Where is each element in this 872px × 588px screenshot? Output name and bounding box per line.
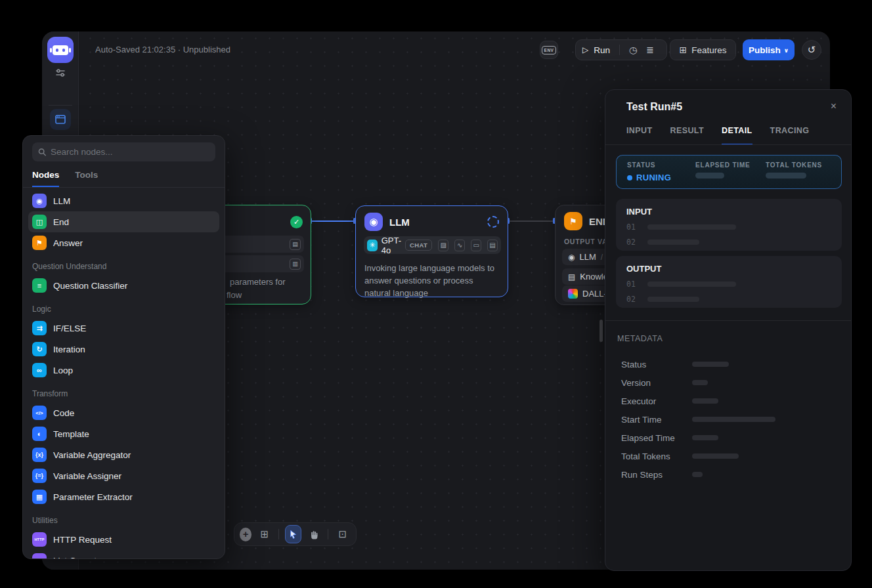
- status-card: STATUS RUNING ELAPSED TIME TOTAL TOKENS: [616, 155, 842, 189]
- app-icon-robot[interactable]: [47, 37, 74, 63]
- section-logic: Logic: [32, 304, 215, 314]
- parameter-extractor-icon: ▦: [32, 490, 47, 504]
- llm-node[interactable]: ◉ LLM ✳ GPT-4o CHAT ▨ ∿ ▭ ▤ Invoking lar…: [355, 205, 508, 297]
- version-history-button[interactable]: ↺: [802, 40, 821, 60]
- node-item-end[interactable]: ◫ End: [28, 211, 219, 232]
- skeleton-bar: [766, 173, 806, 178]
- line-number: 01: [626, 280, 638, 289]
- node-item-answer[interactable]: ⚑ Answer: [28, 232, 219, 253]
- list-operator-icon: ▽: [32, 553, 47, 559]
- llm-icon: ◉: [32, 194, 47, 208]
- metadata-row-elapsed-time: Elapsed Time: [621, 429, 838, 447]
- timer-icon[interactable]: ◷: [629, 45, 637, 55]
- node-item-variable-aggregator[interactable]: {x} Variable Aggregator: [28, 444, 219, 465]
- node-item-variable-assigner[interactable]: {=} Variable Assigner: [28, 465, 219, 486]
- tab-detail[interactable]: DETAIL: [722, 126, 752, 145]
- publish-label: Publish: [749, 45, 781, 55]
- knowledge-icon: ▤: [568, 272, 575, 282]
- tab-tools[interactable]: Tools: [75, 170, 98, 187]
- node-item-iteration[interactable]: ↻ Iteration: [28, 339, 219, 360]
- answer-icon: ⚑: [32, 236, 47, 250]
- run-button[interactable]: Run: [594, 45, 610, 55]
- search-input[interactable]: [51, 147, 209, 157]
- llm-node-title: LLM: [389, 217, 410, 228]
- metadata-row-status: Status: [621, 355, 838, 373]
- node-item-code[interactable]: </> Code: [28, 402, 219, 423]
- sliders-icon[interactable]: [55, 68, 66, 80]
- end-icon: ◫: [32, 215, 47, 229]
- metadata-rows: Status Version Executor Start Time Elaps…: [621, 355, 838, 484]
- skeleton-bar: [647, 282, 736, 287]
- node-item-http-request[interactable]: HTTP HTTP Request: [28, 529, 219, 550]
- sidebar-divider: [49, 105, 72, 106]
- model-selector[interactable]: ✳ GPT-4o CHAT ▨ ∿ ▭ ▤: [364, 236, 501, 254]
- skeleton-bar: [692, 380, 708, 385]
- skeleton-bar: [692, 435, 718, 440]
- model-name: GPT-4o: [381, 236, 401, 255]
- run-panel-tabs: INPUT RESULT DETAIL TRACING: [626, 126, 809, 145]
- add-node-button[interactable]: +: [240, 528, 251, 541]
- tab-tracing[interactable]: TRACING: [770, 126, 810, 145]
- env-button[interactable]: ENV: [540, 41, 558, 59]
- document-capability-icon: ▤: [487, 240, 498, 251]
- pointer-mode-button[interactable]: [285, 525, 301, 543]
- add-note-button[interactable]: ⊞: [256, 525, 272, 543]
- features-label: Features: [691, 45, 726, 55]
- if-else-icon: ⇉: [32, 321, 47, 335]
- output-title: OUTPUT: [626, 264, 831, 274]
- tab-input[interactable]: INPUT: [626, 126, 653, 145]
- edge-llm-to-end: [509, 220, 555, 222]
- search-box[interactable]: [32, 142, 215, 161]
- canvas-scrollbar[interactable]: [600, 320, 603, 342]
- elapsed-time-label: ELAPSED TIME: [695, 161, 766, 169]
- question-classifier-icon: ≡: [32, 278, 47, 293]
- node-item-llm[interactable]: ◉ LLM: [28, 190, 219, 211]
- panel-title: Test Run#5: [626, 101, 682, 113]
- dall-e-icon: [568, 289, 578, 299]
- node-item-template[interactable]: ◐ Template: [28, 423, 219, 444]
- end-node-icon: ⚑: [564, 212, 582, 230]
- features-icon: ⊞: [679, 45, 687, 55]
- play-icon[interactable]: ▷: [582, 45, 588, 54]
- skeleton-bar: [692, 398, 718, 404]
- divider: [605, 320, 851, 321]
- organize-nodes-button[interactable]: ⊡: [334, 525, 351, 543]
- line-number: 02: [626, 238, 638, 247]
- skeleton-bar: [692, 362, 729, 367]
- running-dot-icon: [627, 175, 632, 180]
- llm-node-description: Invoking large language models to answer…: [364, 262, 501, 299]
- node-item-if-else[interactable]: ⇉ IF/ELSE: [28, 318, 219, 339]
- total-tokens-label: TOTAL TOKENS: [766, 161, 822, 169]
- section-utilities: Utilities: [32, 516, 215, 525]
- preview-window-button[interactable]: [50, 109, 71, 130]
- line-number: 01: [626, 222, 638, 232]
- video-capability-icon: ▭: [471, 240, 481, 251]
- template-icon: ◐: [32, 427, 47, 441]
- checklist-icon[interactable]: ≣: [646, 45, 654, 55]
- status-label: STATUS: [627, 161, 695, 169]
- node-item-parameter-extractor[interactable]: ▦ Parameter Extractor: [28, 486, 219, 507]
- node-item-list-operator[interactable]: ▽ List Operator: [28, 550, 219, 559]
- features-button[interactable]: ⊞ Features: [670, 39, 736, 60]
- node-item-question-classifier[interactable]: ≡ Question Classifier: [28, 275, 219, 296]
- node-search-panel: Nodes Tools ◉ LLM ◫ End ⚑ Answer Questio…: [22, 135, 225, 559]
- section-transform: Transform: [32, 389, 215, 398]
- publish-button[interactable]: Publish ∨: [743, 39, 795, 60]
- canvas-toolbar: + ⊞ ⊡: [234, 522, 357, 546]
- field-icon: ▥: [290, 259, 301, 270]
- loop-icon: ∞: [32, 363, 47, 377]
- skeleton-bar: [692, 417, 775, 422]
- node-panel-tabs: Nodes Tools: [32, 170, 215, 187]
- tab-result[interactable]: RESULT: [670, 126, 704, 145]
- skeleton-bar: [647, 224, 736, 230]
- hand-mode-button[interactable]: [306, 525, 322, 543]
- node-item-loop[interactable]: ∞ Loop: [28, 360, 219, 381]
- metadata-row-executor: Executor: [621, 392, 838, 410]
- tab-nodes[interactable]: Nodes: [32, 170, 59, 187]
- audio-capability-icon: ∿: [454, 240, 465, 251]
- line-number: 02: [626, 295, 638, 304]
- close-icon[interactable]: ×: [831, 100, 837, 112]
- divider: [328, 529, 328, 539]
- status-value: RUNING: [636, 173, 671, 182]
- image-capability-icon: ▨: [438, 240, 448, 251]
